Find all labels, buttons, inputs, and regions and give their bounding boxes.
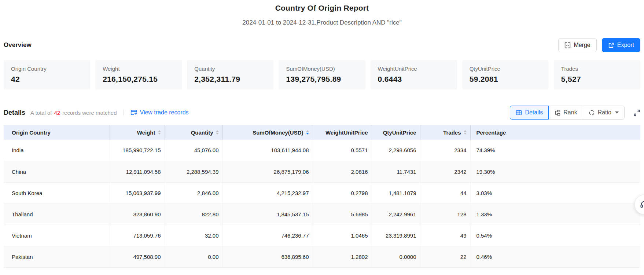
cell-quantity: 45,076.00 [165, 140, 222, 161]
matched-count: 42 [54, 110, 60, 116]
cell-trades: 128 [420, 203, 470, 225]
cell-origin-country: China [4, 161, 110, 182]
cell-weightunitprice: 2.0816 [313, 161, 372, 182]
cell-percentage: 74.39% [470, 140, 640, 161]
column-header-percentage: Percentage [470, 125, 640, 140]
export-icon [608, 42, 614, 48]
column-header-quantity[interactable]: Quantity [165, 125, 222, 140]
overview-heading: Overview [4, 41, 32, 49]
cell-sumofmoney-usd: 636,895.60 [222, 246, 313, 267]
cell-origin-country: Pakistan [4, 246, 110, 267]
cell-weightunitprice: 5.6985 [313, 203, 372, 225]
cell-sumofmoney-usd: 1,845,537.15 [222, 203, 313, 225]
caret-down-icon [615, 111, 619, 114]
card-value: 42 [11, 75, 83, 84]
cell-sumofmoney-usd: 746,236.77 [222, 225, 313, 246]
fullscreen-icon[interactable] [633, 109, 640, 116]
cell-sumofmoney-usd: 103,611,944.08 [222, 140, 313, 161]
table-icon [516, 110, 522, 116]
page-title: Country Of Origin Report [4, 4, 640, 12]
column-header-weightunitprice: WeightUnitPrice [313, 125, 372, 140]
cell-origin-country: Thailand [4, 203, 110, 225]
matched-records-text: A total of 42 records were matched [30, 110, 117, 116]
cell-sumofmoney-usd: 4,215,232.97 [222, 182, 313, 203]
cell-trades: 22 [420, 246, 470, 267]
tab-rank[interactable]: Rank [548, 106, 583, 120]
column-header-weight[interactable]: Weight [110, 125, 165, 140]
details-toolbar-left: Details A total of 42 records were match… [4, 109, 189, 117]
column-label: Quantity [191, 129, 213, 136]
column-label: WeightUnitPrice [325, 129, 368, 136]
column-header-sumofmoney-usd[interactable]: SumOfMoney(USD) [222, 125, 313, 140]
merge-button-label: Merge [574, 42, 590, 48]
column-header-qtyunitprice: QtyUnitPrice [372, 125, 420, 140]
card-value: 216,150,275.15 [103, 75, 174, 84]
cell-percentage: 0.54% [470, 225, 640, 246]
cell-quantity: 822.80 [165, 203, 222, 225]
cell-percentage: 19.30% [470, 161, 640, 182]
headset-icon [640, 200, 644, 209]
report-header: Country Of Origin Report 2024-01-01 to 2… [4, 4, 640, 26]
card-value: 2,352,311.79 [194, 75, 266, 84]
cell-trades: 44 [420, 182, 470, 203]
sort-icon[interactable] [306, 130, 309, 135]
overview-card-weightunitprice: WeightUnitPrice0.6443 [371, 60, 457, 89]
cell-weightunitprice: 0.2798 [313, 182, 372, 203]
column-label: QtyUnitPrice [383, 129, 416, 136]
cell-quantity: 32.00 [165, 225, 222, 246]
column-header-trades[interactable]: Trades [420, 125, 470, 140]
sort-icon[interactable] [216, 130, 219, 135]
card-label: SumOfMoney(USD) [286, 66, 358, 72]
tab-details[interactable]: Details [510, 106, 549, 120]
cell-origin-country: South Korea [4, 182, 110, 203]
overview-actions: Merge Export [558, 38, 640, 52]
cell-weightunitprice: 1.0465 [313, 225, 372, 246]
cell-trades: 2334 [420, 140, 470, 161]
details-heading: Details [4, 109, 25, 117]
cell-trades: 49 [420, 225, 470, 246]
card-label: Weight [103, 66, 174, 72]
view-switcher: DetailsRankRatio [510, 106, 625, 120]
card-label: WeightUnitPrice [378, 66, 450, 72]
sort-icon[interactable] [464, 130, 467, 135]
merge-icon [564, 42, 571, 48]
overview-card-quantity: Quantity2,352,311.79 [187, 60, 273, 89]
merge-button[interactable]: Merge [558, 38, 596, 52]
overview-card-weight: Weight216,150,275.15 [95, 60, 182, 89]
export-button[interactable]: Export [602, 38, 640, 52]
cell-quantity: 2,288,594.39 [165, 161, 222, 182]
details-section: Details A total of 42 records were match… [4, 106, 640, 268]
view-trade-records-link[interactable]: View trade records [130, 109, 189, 116]
matched-prefix: A total of [30, 110, 52, 116]
rank-icon [554, 110, 560, 116]
cell-percentage: 0.46% [470, 246, 640, 267]
export-button-label: Export [617, 42, 634, 48]
cell-qtyunitprice: 23,319.8991 [372, 225, 420, 246]
column-label: Origin Country [12, 129, 51, 136]
country-of-origin-report-page: Country Of Origin Report 2024-01-01 to 2… [0, 0, 644, 268]
overview-card-qtyunitprice: QtyUnitPrice59.2081 [462, 60, 549, 89]
table-row-south-korea: South Korea15,063,937.992,846.004,215,23… [4, 182, 640, 203]
table-row-pakistan: Pakistan497,508.900.00636,895.601.28020.… [4, 246, 640, 267]
table-row-thailand: Thailand323,860.90822.801,845,537.155.69… [4, 203, 640, 225]
overview-card-origin-country: Origin Country42 [4, 60, 90, 89]
cell-weightunitprice: 0.5571 [313, 140, 372, 161]
overview-card-trades: Trades5,527 [554, 60, 640, 89]
trade-records-icon [130, 109, 137, 116]
cell-weight: 713,059.76 [110, 225, 165, 246]
details-table: Origin CountryWeightQuantitySumOfMoney(U… [4, 125, 640, 268]
tab-label: Details [525, 109, 543, 116]
cell-quantity: 0.00 [165, 246, 222, 267]
cell-weight: 323,860.90 [110, 203, 165, 225]
ratio-icon [589, 110, 595, 116]
tab-ratio[interactable]: Ratio [583, 106, 625, 120]
matched-suffix: records were matched [62, 110, 117, 116]
view-trade-records-label: View trade records [140, 109, 189, 116]
table-row-china: China12,911,094.582,288,594.3926,875,179… [4, 161, 640, 182]
report-subtitle: 2024-01-01 to 2024-12-31,Product Descrip… [4, 19, 640, 26]
card-value: 59.2081 [470, 75, 541, 84]
cell-qtyunitprice: 2,242.9961 [372, 203, 420, 225]
cell-percentage: 1.33% [470, 203, 640, 225]
sort-icon[interactable] [158, 130, 161, 135]
overview-cards: Origin Country42Weight216,150,275.15Quan… [4, 60, 640, 89]
